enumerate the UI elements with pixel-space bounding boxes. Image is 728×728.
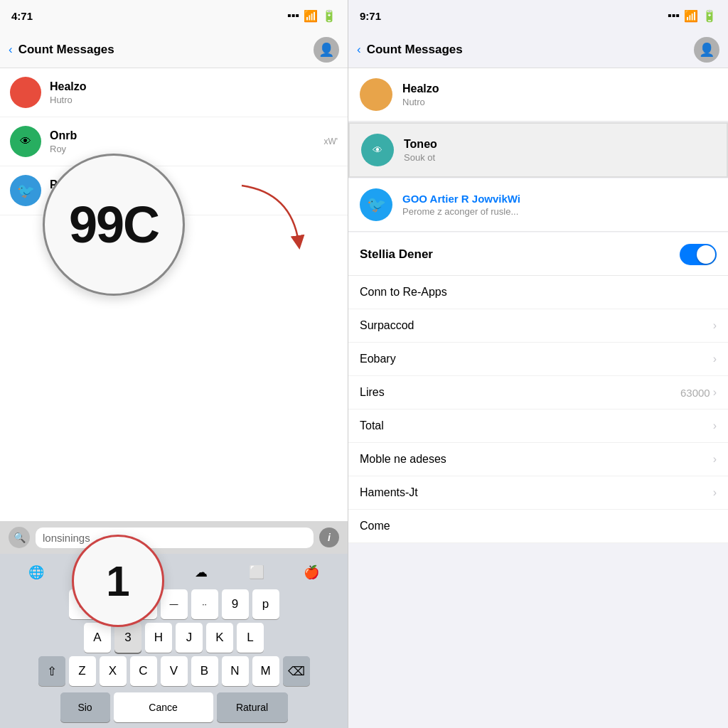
magnifier-bubble-99c: 99C bbox=[43, 154, 185, 296]
key-dots[interactable]: ·· bbox=[191, 589, 218, 619]
settings-row-come[interactable]: Come bbox=[348, 510, 728, 543]
settings-value-moble: › bbox=[713, 453, 717, 466]
key-p[interactable]: p bbox=[252, 589, 279, 619]
settings-row-lires[interactable]: Lires 63000 › bbox=[348, 376, 728, 410]
keyboard-row-3: ⇧ Z X C V B N M ⌫ bbox=[3, 656, 345, 686]
back-chevron-icon: ‹ bbox=[9, 43, 13, 57]
key-magnifier-text: 1 bbox=[106, 557, 129, 606]
settings-label-moble: Moble ne adeses bbox=[360, 453, 446, 466]
right-wifi-icon: 📶 bbox=[684, 9, 698, 23]
right-avatar-goo: 🐦 bbox=[360, 188, 392, 221]
key-ratural[interactable]: Ratural bbox=[217, 692, 288, 722]
left-status-bar: 4:71 ▪▪▪ 📶 🔋 bbox=[0, 0, 348, 31]
key-delete[interactable]: ⌫ bbox=[283, 656, 310, 686]
key-b[interactable]: B bbox=[191, 656, 218, 686]
toggle-switch[interactable] bbox=[680, 244, 717, 265]
key-c[interactable]: C bbox=[130, 656, 157, 686]
wifi-icon: 📶 bbox=[304, 9, 318, 23]
right-content-toneo: Toneo Souk ot bbox=[404, 138, 715, 163]
settings-header: Stellia Dener bbox=[348, 232, 728, 276]
arrow-annotation bbox=[235, 178, 320, 267]
key-3[interactable]: 3 1 bbox=[114, 623, 141, 653]
message-item-healzo[interactable]: Healzo Hutro bbox=[0, 68, 348, 117]
settings-row-conn[interactable]: Conn to Re-Apps bbox=[348, 276, 728, 309]
settings-label-conn: Conn to Re-Apps bbox=[360, 286, 447, 299]
key-a[interactable]: A bbox=[84, 623, 111, 653]
emoji-key-cloud[interactable]: ☁ bbox=[188, 561, 215, 584]
key-x[interactable]: X bbox=[100, 656, 127, 686]
settings-value-lires: 63000 › bbox=[680, 386, 717, 399]
right-panel: 9:71 ▪▪▪ 📶 🔋 ‹ Count Messages 👤 Healzo N… bbox=[348, 0, 728, 728]
right-name-toneo: Toneo bbox=[404, 138, 715, 151]
key-m[interactable]: M bbox=[252, 656, 279, 686]
right-preview-toneo: Souk ot bbox=[404, 152, 715, 163]
settings-row-moble[interactable]: Moble ne adeses › bbox=[348, 443, 728, 476]
right-preview-goo: Perome z aconger of rusle... bbox=[402, 206, 717, 217]
emoji-key-square[interactable]: ⬜ bbox=[243, 561, 270, 584]
settings-value-total: › bbox=[713, 419, 717, 432]
emoji-key-apple[interactable]: 🍎 bbox=[298, 561, 325, 584]
key-h[interactable]: H bbox=[145, 623, 172, 653]
right-back-button[interactable]: ‹ bbox=[357, 43, 361, 57]
settings-row-total[interactable]: Total › bbox=[348, 410, 728, 443]
settings-row-surpaccod[interactable]: Surpaccod › bbox=[348, 309, 728, 343]
signal-icon: ▪▪▪ bbox=[287, 9, 299, 22]
right-msg-toneo[interactable]: 👁 Toneo Souk ot bbox=[348, 122, 728, 178]
right-preview-healzo: Nutro bbox=[402, 97, 717, 107]
keyboard: 🌐 📁 🔄 ☁ ⬜ 🍎 q V 8 — ·· 9 p A 3 1 bbox=[0, 554, 348, 728]
key-j[interactable]: J bbox=[176, 623, 203, 653]
settings-label-eobary: Eobary bbox=[360, 353, 396, 365]
settings-value-surpaccod: › bbox=[713, 319, 717, 332]
msg-avatar-p: 🐦 bbox=[10, 175, 41, 206]
settings-value-haments: › bbox=[713, 486, 717, 499]
settings-label-haments: Haments-Jt bbox=[360, 486, 418, 499]
left-status-icons: ▪▪▪ 📶 🔋 bbox=[287, 9, 336, 23]
key-cance[interactable]: Cance bbox=[114, 692, 213, 722]
right-avatar-toneo: 👁 bbox=[361, 134, 394, 166]
right-battery-icon: 🔋 bbox=[702, 9, 717, 23]
keyboard-row-2: A 3 1 H J K L bbox=[3, 623, 345, 653]
info-button[interactable]: i bbox=[319, 528, 339, 547]
settings-label-lires: Lires bbox=[360, 386, 385, 399]
left-nav-bar: ‹ Count Messages 👤 bbox=[0, 31, 348, 68]
key-shift[interactable]: ⇧ bbox=[38, 656, 65, 686]
keyboard-emoji-row: 🌐 📁 🔄 ☁ ⬜ 🍎 bbox=[3, 558, 345, 587]
search-input[interactable] bbox=[36, 528, 314, 548]
msg-meta-onrb: xW' bbox=[323, 136, 338, 146]
msg-name-healzo: Healzo bbox=[50, 80, 338, 93]
key-n[interactable]: N bbox=[222, 656, 249, 686]
right-nav-title: Count Messages bbox=[367, 43, 688, 57]
key-3-label: 3 bbox=[124, 631, 131, 645]
right-signal-icon: ▪▪▪ bbox=[668, 9, 680, 22]
right-time: 9:71 bbox=[360, 10, 381, 22]
settings-row-eobary[interactable]: Eobary › bbox=[348, 343, 728, 376]
key-dash[interactable]: — bbox=[161, 589, 188, 619]
key-v2[interactable]: V bbox=[161, 656, 188, 686]
msg-preview-healzo: Hutro bbox=[50, 95, 338, 105]
key-9[interactable]: 9 bbox=[222, 589, 249, 619]
settings-header-title: Stellia Dener bbox=[360, 247, 433, 262]
emoji-key-globe[interactable]: 🌐 bbox=[23, 561, 50, 584]
right-content-goo: GOO Artier R JowvikWi Perome z aconger o… bbox=[402, 193, 717, 217]
left-time: 4:71 bbox=[11, 10, 33, 22]
arrow-svg bbox=[235, 178, 320, 264]
key-z[interactable]: Z bbox=[69, 656, 96, 686]
keyboard-bottom-row: Sio Cance Ratural bbox=[3, 690, 345, 725]
chevron-icon-haments: › bbox=[713, 486, 717, 499]
message-item-onrb[interactable]: 👁 Onrb Roy xW' bbox=[0, 117, 348, 166]
settings-label-total: Total bbox=[360, 419, 384, 432]
msg-content-healzo: Healzo Hutro bbox=[50, 80, 338, 105]
right-avatar-healzo bbox=[360, 78, 392, 111]
right-msg-healzo[interactable]: Healzo Nutro bbox=[348, 68, 728, 122]
settings-label-come: Come bbox=[360, 520, 390, 532]
right-status-bar: 9:71 ▪▪▪ 📶 🔋 bbox=[348, 0, 728, 31]
right-msg-goo[interactable]: 🐦 GOO Artier R JowvikWi Perome z aconger… bbox=[348, 178, 728, 232]
key-k[interactable]: K bbox=[206, 623, 233, 653]
left-panel: 4:71 ▪▪▪ 📶 🔋 ‹ Count Messages 👤 99C bbox=[0, 0, 348, 728]
settings-row-haments[interactable]: Haments-Jt › bbox=[348, 476, 728, 510]
msg-avatar-healzo bbox=[10, 77, 41, 108]
back-button[interactable]: ‹ bbox=[9, 43, 13, 57]
key-sio[interactable]: Sio bbox=[60, 692, 110, 722]
key-l[interactable]: L bbox=[237, 623, 264, 653]
search-icon-circle: 🔍 bbox=[9, 527, 30, 548]
